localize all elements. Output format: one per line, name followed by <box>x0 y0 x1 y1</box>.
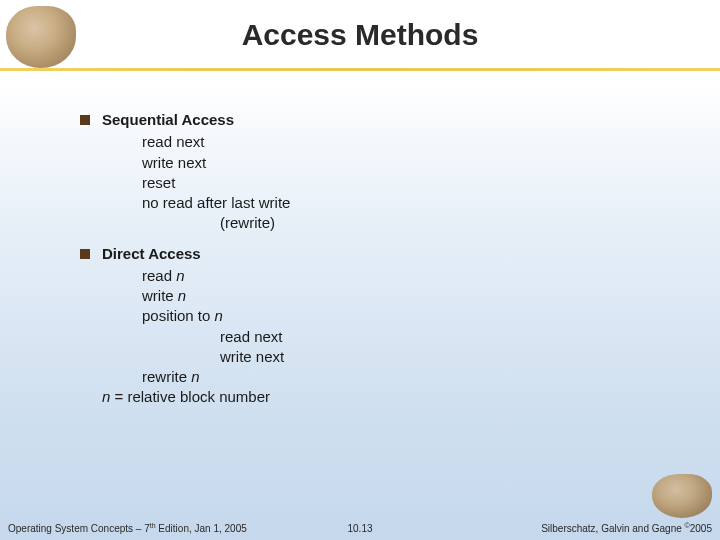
square-bullet-icon <box>80 115 90 125</box>
body-line: write n <box>80 286 290 306</box>
footer-left: Operating System Concepts – 7th Edition,… <box>8 522 247 534</box>
dinosaur-logo-bottom <box>652 474 712 518</box>
slide-content: Sequential Access read next write next r… <box>80 110 290 408</box>
square-bullet-icon <box>80 249 90 259</box>
footer-page-number: 10.13 <box>347 523 372 534</box>
body-line: reset <box>80 173 290 193</box>
section-heading: Sequential Access <box>102 110 234 130</box>
slide: Access Methods Sequential Access read ne… <box>0 0 720 540</box>
footer-right: Silberschatz, Galvin and Gagne ©2005 <box>541 522 712 534</box>
body-line: write next <box>80 347 290 367</box>
body-line: read n <box>80 266 290 286</box>
divider-bar <box>0 68 720 71</box>
body-line: read next <box>80 132 290 152</box>
bullet-item: Sequential Access <box>80 110 290 130</box>
body-line: write next <box>80 153 290 173</box>
slide-title: Access Methods <box>0 18 720 52</box>
bullet-item: Direct Access <box>80 244 290 264</box>
body-line: n = relative block number <box>80 387 290 407</box>
body-line: position to n <box>80 306 290 326</box>
body-line: no read after last write <box>80 193 290 213</box>
body-line: read next <box>80 327 290 347</box>
body-line: rewrite n <box>80 367 290 387</box>
body-line: (rewrite) <box>80 213 290 233</box>
section-heading: Direct Access <box>102 244 201 264</box>
